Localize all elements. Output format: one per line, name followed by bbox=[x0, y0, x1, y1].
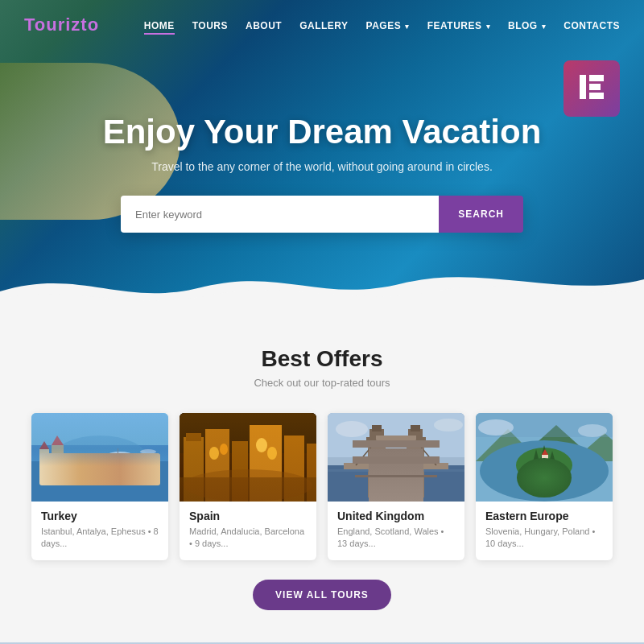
nav-link-pages[interactable]: PAGES ▾ bbox=[366, 20, 410, 31]
svg-point-62 bbox=[478, 419, 514, 436]
tour-card-image-turkey bbox=[31, 413, 168, 502]
tour-details-eastern: Slovenia, Hungary, Poland • 10 days... bbox=[485, 526, 603, 551]
nav-item-contacts[interactable]: CONTACTS bbox=[564, 18, 620, 32]
uk-illustration bbox=[328, 413, 464, 502]
nav-item-pages[interactable]: PAGES ▾ bbox=[366, 18, 410, 32]
navbar: Tourizto HOME TOURS ABOUT GALLERY PAGES … bbox=[0, 0, 644, 50]
svg-rect-43 bbox=[344, 463, 448, 469]
nav-item-blog[interactable]: BLOG ▾ bbox=[508, 18, 546, 32]
tour-name-eastern: Eastern Europe bbox=[485, 510, 603, 522]
svg-point-26 bbox=[220, 444, 228, 455]
svg-point-60 bbox=[520, 475, 568, 488]
svg-marker-12 bbox=[52, 436, 64, 445]
svg-point-30 bbox=[184, 469, 312, 502]
tour-card-spain[interactable]: Spain Madrid, Andalucia, Barcelona • 9 d… bbox=[180, 413, 316, 560]
svg-rect-34 bbox=[368, 437, 386, 497]
svg-rect-9 bbox=[52, 445, 64, 473]
svg-rect-6 bbox=[31, 461, 168, 502]
tour-name-uk: United Kingdom bbox=[337, 510, 455, 522]
tour-card-body-spain: Spain Madrid, Andalucia, Barcelona • 9 d… bbox=[180, 502, 316, 560]
tour-card-body-uk: United Kingdom England, Scotland, Wales … bbox=[328, 502, 464, 560]
tour-card-body-eastern: Eastern Europe Slovenia, Hungary, Poland… bbox=[476, 502, 613, 560]
svg-rect-22 bbox=[250, 425, 282, 502]
svg-rect-15 bbox=[118, 448, 118, 456]
nav-link-gallery[interactable]: GALLERY bbox=[299, 20, 348, 31]
tour-details-spain: Madrid, Andalucia, Barcelona • 9 days... bbox=[189, 526, 307, 551]
tour-name-spain: Spain bbox=[189, 510, 307, 522]
svg-point-28 bbox=[267, 447, 277, 460]
tour-name-turkey: Turkey bbox=[41, 510, 159, 522]
svg-rect-16 bbox=[180, 413, 316, 502]
hero-title: Enjoy Your Dream Vacation bbox=[103, 114, 542, 151]
chevron-down-icon: ▾ bbox=[402, 23, 410, 31]
svg-rect-38 bbox=[407, 437, 424, 497]
tour-card-image-spain bbox=[180, 413, 316, 502]
search-input[interactable] bbox=[121, 196, 439, 233]
svg-rect-46 bbox=[328, 469, 464, 472]
svg-rect-20 bbox=[205, 429, 229, 502]
tour-card-eastern-europe[interactable]: Eastern Europe Slovenia, Hungary, Poland… bbox=[476, 413, 613, 560]
tour-cards-container: Turkey Istanbul, Antalya, Ephesus • 8 da… bbox=[24, 413, 620, 560]
svg-point-48 bbox=[434, 419, 463, 431]
tour-card-image-eastern bbox=[476, 413, 613, 502]
nav-item-features[interactable]: FEATURES ▾ bbox=[427, 18, 490, 32]
svg-rect-24 bbox=[307, 444, 316, 502]
eastern-europe-illustration bbox=[476, 413, 613, 502]
nav-link-contacts[interactable]: CONTACTS bbox=[564, 20, 620, 31]
svg-rect-29 bbox=[180, 477, 316, 502]
svg-rect-3 bbox=[589, 93, 604, 99]
svg-point-27 bbox=[256, 438, 267, 452]
nav-item-tours[interactable]: TOURS bbox=[192, 18, 228, 32]
chevron-down-icon: ▾ bbox=[484, 23, 491, 31]
section-title: Best Offers bbox=[24, 346, 620, 372]
nav-link-about[interactable]: ABOUT bbox=[246, 20, 282, 31]
svg-point-25 bbox=[209, 447, 219, 460]
svg-point-47 bbox=[336, 421, 368, 437]
tour-card-turkey[interactable]: Turkey Istanbul, Antalya, Ephesus • 8 da… bbox=[31, 413, 168, 560]
nav-link-tours[interactable]: TOURS bbox=[192, 20, 228, 31]
tour-card-body-turkey: Turkey Istanbul, Antalya, Ephesus • 8 da… bbox=[31, 502, 168, 560]
svg-rect-1 bbox=[589, 75, 604, 81]
svg-point-63 bbox=[578, 424, 607, 437]
nav-item-home[interactable]: HOME bbox=[144, 18, 175, 32]
nav-item-gallery[interactable]: GALLERY bbox=[299, 18, 348, 32]
svg-rect-10 bbox=[65, 453, 73, 473]
hero-wave bbox=[0, 259, 644, 314]
svg-rect-21 bbox=[232, 441, 248, 502]
tour-details-turkey: Istanbul, Antalya, Ephesus • 8 days... bbox=[41, 526, 159, 551]
nav-link-home[interactable]: HOME bbox=[144, 20, 175, 35]
svg-rect-58 bbox=[542, 455, 548, 467]
nav-links: HOME TOURS ABOUT GALLERY PAGES ▾ FEATURE… bbox=[144, 18, 620, 32]
nav-link-features[interactable]: FEATURES ▾ bbox=[427, 20, 490, 31]
section-subtitle: Check out our top-rated tours bbox=[24, 377, 620, 389]
logo-text: Tourizto bbox=[24, 14, 99, 35]
logo[interactable]: Tourizto bbox=[24, 14, 99, 35]
tour-details-uk: England, Scotland, Wales • 13 days... bbox=[337, 526, 455, 551]
view-all-container: VIEW ALL TOURS bbox=[24, 560, 620, 626]
nav-link-blog[interactable]: BLOG ▾ bbox=[508, 20, 546, 31]
section-header: Best Offers Check out our top-rated tour… bbox=[24, 346, 620, 389]
svg-rect-2 bbox=[589, 84, 601, 90]
nav-item-about[interactable]: ABOUT bbox=[246, 18, 282, 32]
elementor-icon bbox=[576, 71, 608, 107]
view-all-tours-button[interactable]: VIEW ALL TOURS bbox=[253, 580, 391, 610]
svg-rect-41 bbox=[411, 425, 420, 431]
tour-card-image-uk bbox=[328, 413, 464, 502]
search-button[interactable]: SEARCH bbox=[439, 196, 523, 233]
tour-card-uk[interactable]: United Kingdom England, Scotland, Wales … bbox=[328, 413, 464, 560]
svg-rect-17 bbox=[180, 413, 316, 453]
svg-rect-8 bbox=[39, 449, 49, 473]
svg-rect-23 bbox=[284, 436, 304, 502]
spain-illustration bbox=[180, 413, 316, 502]
svg-rect-19 bbox=[186, 433, 201, 441]
hero-subtitle: Travel to the any corner of the world, w… bbox=[151, 160, 493, 173]
svg-marker-11 bbox=[39, 441, 49, 449]
hero-search-bar: SEARCH bbox=[121, 196, 523, 233]
svg-point-7 bbox=[52, 436, 148, 484]
elementor-badge bbox=[564, 60, 620, 117]
svg-rect-42 bbox=[376, 436, 416, 440]
chevron-down-icon: ▾ bbox=[539, 23, 547, 31]
svg-rect-5 bbox=[31, 445, 168, 502]
svg-rect-4 bbox=[31, 413, 168, 502]
svg-rect-37 bbox=[372, 425, 382, 431]
